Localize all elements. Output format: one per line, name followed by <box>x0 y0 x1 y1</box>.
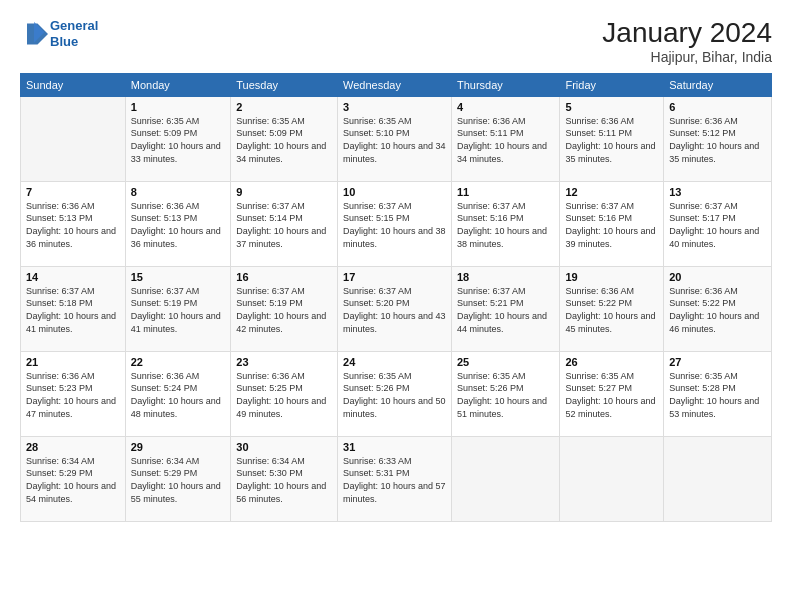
day-info: Sunrise: 6:35 AMSunset: 5:27 PMDaylight:… <box>565 370 658 420</box>
week-row-2: 7 Sunrise: 6:36 AMSunset: 5:13 PMDayligh… <box>21 181 772 266</box>
day-info: Sunrise: 6:36 AMSunset: 5:24 PMDaylight:… <box>131 370 226 420</box>
day-cell: 15 Sunrise: 6:37 AMSunset: 5:19 PMDaylig… <box>125 266 231 351</box>
day-cell: 29 Sunrise: 6:34 AMSunset: 5:29 PMDaylig… <box>125 436 231 521</box>
day-cell: 26 Sunrise: 6:35 AMSunset: 5:27 PMDaylig… <box>560 351 664 436</box>
day-cell: 13 Sunrise: 6:37 AMSunset: 5:17 PMDaylig… <box>664 181 772 266</box>
week-row-4: 21 Sunrise: 6:36 AMSunset: 5:23 PMDaylig… <box>21 351 772 436</box>
day-cell: 25 Sunrise: 6:35 AMSunset: 5:26 PMDaylig… <box>451 351 560 436</box>
day-info: Sunrise: 6:36 AMSunset: 5:25 PMDaylight:… <box>236 370 332 420</box>
day-info: Sunrise: 6:35 AMSunset: 5:26 PMDaylight:… <box>343 370 446 420</box>
day-cell: 8 Sunrise: 6:36 AMSunset: 5:13 PMDayligh… <box>125 181 231 266</box>
day-info: Sunrise: 6:37 AMSunset: 5:15 PMDaylight:… <box>343 200 446 250</box>
day-cell: 3 Sunrise: 6:35 AMSunset: 5:10 PMDayligh… <box>338 96 452 181</box>
day-number: 10 <box>343 186 446 198</box>
col-thursday: Thursday <box>451 73 560 96</box>
col-saturday: Saturday <box>664 73 772 96</box>
logo: General Blue <box>20 18 98 49</box>
day-number: 17 <box>343 271 446 283</box>
day-number: 18 <box>457 271 555 283</box>
day-number: 2 <box>236 101 332 113</box>
day-info: Sunrise: 6:36 AMSunset: 5:13 PMDaylight:… <box>26 200 120 250</box>
day-info: Sunrise: 6:37 AMSunset: 5:14 PMDaylight:… <box>236 200 332 250</box>
day-info: Sunrise: 6:35 AMSunset: 5:10 PMDaylight:… <box>343 115 446 165</box>
day-number: 6 <box>669 101 766 113</box>
day-info: Sunrise: 6:37 AMSunset: 5:17 PMDaylight:… <box>669 200 766 250</box>
day-number: 23 <box>236 356 332 368</box>
day-cell: 2 Sunrise: 6:35 AMSunset: 5:09 PMDayligh… <box>231 96 338 181</box>
day-cell: 24 Sunrise: 6:35 AMSunset: 5:26 PMDaylig… <box>338 351 452 436</box>
title-block: January 2024 Hajipur, Bihar, India <box>602 18 772 65</box>
day-number: 30 <box>236 441 332 453</box>
day-cell: 30 Sunrise: 6:34 AMSunset: 5:30 PMDaylig… <box>231 436 338 521</box>
day-info: Sunrise: 6:35 AMSunset: 5:28 PMDaylight:… <box>669 370 766 420</box>
day-cell: 18 Sunrise: 6:37 AMSunset: 5:21 PMDaylig… <box>451 266 560 351</box>
day-cell: 20 Sunrise: 6:36 AMSunset: 5:22 PMDaylig… <box>664 266 772 351</box>
col-wednesday: Wednesday <box>338 73 452 96</box>
day-cell: 7 Sunrise: 6:36 AMSunset: 5:13 PMDayligh… <box>21 181 126 266</box>
day-number: 7 <box>26 186 120 198</box>
day-number: 29 <box>131 441 226 453</box>
logo-icon <box>20 20 48 48</box>
day-number: 8 <box>131 186 226 198</box>
day-cell: 5 Sunrise: 6:36 AMSunset: 5:11 PMDayligh… <box>560 96 664 181</box>
col-monday: Monday <box>125 73 231 96</box>
day-cell: 10 Sunrise: 6:37 AMSunset: 5:15 PMDaylig… <box>338 181 452 266</box>
subtitle: Hajipur, Bihar, India <box>602 49 772 65</box>
day-info: Sunrise: 6:34 AMSunset: 5:29 PMDaylight:… <box>26 455 120 505</box>
day-number: 24 <box>343 356 446 368</box>
day-number: 21 <box>26 356 120 368</box>
day-cell: 27 Sunrise: 6:35 AMSunset: 5:28 PMDaylig… <box>664 351 772 436</box>
day-cell: 14 Sunrise: 6:37 AMSunset: 5:18 PMDaylig… <box>21 266 126 351</box>
day-info: Sunrise: 6:37 AMSunset: 5:16 PMDaylight:… <box>457 200 555 250</box>
day-info: Sunrise: 6:36 AMSunset: 5:22 PMDaylight:… <box>669 285 766 335</box>
day-cell: 28 Sunrise: 6:34 AMSunset: 5:29 PMDaylig… <box>21 436 126 521</box>
day-number: 11 <box>457 186 555 198</box>
day-info: Sunrise: 6:36 AMSunset: 5:13 PMDaylight:… <box>131 200 226 250</box>
col-friday: Friday <box>560 73 664 96</box>
main-title: January 2024 <box>602 18 772 49</box>
day-cell: 11 Sunrise: 6:37 AMSunset: 5:16 PMDaylig… <box>451 181 560 266</box>
day-number: 3 <box>343 101 446 113</box>
week-row-5: 28 Sunrise: 6:34 AMSunset: 5:29 PMDaylig… <box>21 436 772 521</box>
day-info: Sunrise: 6:37 AMSunset: 5:19 PMDaylight:… <box>236 285 332 335</box>
day-cell: 19 Sunrise: 6:36 AMSunset: 5:22 PMDaylig… <box>560 266 664 351</box>
day-info: Sunrise: 6:37 AMSunset: 5:18 PMDaylight:… <box>26 285 120 335</box>
day-number: 16 <box>236 271 332 283</box>
col-tuesday: Tuesday <box>231 73 338 96</box>
calendar-table: Sunday Monday Tuesday Wednesday Thursday… <box>20 73 772 522</box>
day-cell: 23 Sunrise: 6:36 AMSunset: 5:25 PMDaylig… <box>231 351 338 436</box>
day-info: Sunrise: 6:34 AMSunset: 5:29 PMDaylight:… <box>131 455 226 505</box>
day-cell: 21 Sunrise: 6:36 AMSunset: 5:23 PMDaylig… <box>21 351 126 436</box>
day-info: Sunrise: 6:36 AMSunset: 5:23 PMDaylight:… <box>26 370 120 420</box>
day-number: 14 <box>26 271 120 283</box>
day-info: Sunrise: 6:35 AMSunset: 5:26 PMDaylight:… <box>457 370 555 420</box>
day-number: 12 <box>565 186 658 198</box>
day-cell <box>560 436 664 521</box>
logo-text: General Blue <box>50 18 98 49</box>
page: General Blue January 2024 Hajipur, Bihar… <box>0 0 792 612</box>
day-number: 20 <box>669 271 766 283</box>
day-number: 27 <box>669 356 766 368</box>
day-info: Sunrise: 6:36 AMSunset: 5:22 PMDaylight:… <box>565 285 658 335</box>
day-number: 5 <box>565 101 658 113</box>
day-number: 15 <box>131 271 226 283</box>
day-info: Sunrise: 6:36 AMSunset: 5:11 PMDaylight:… <box>565 115 658 165</box>
day-number: 28 <box>26 441 120 453</box>
day-number: 26 <box>565 356 658 368</box>
day-number: 1 <box>131 101 226 113</box>
day-info: Sunrise: 6:37 AMSunset: 5:21 PMDaylight:… <box>457 285 555 335</box>
day-info: Sunrise: 6:37 AMSunset: 5:19 PMDaylight:… <box>131 285 226 335</box>
day-number: 4 <box>457 101 555 113</box>
day-info: Sunrise: 6:37 AMSunset: 5:16 PMDaylight:… <box>565 200 658 250</box>
day-info: Sunrise: 6:37 AMSunset: 5:20 PMDaylight:… <box>343 285 446 335</box>
day-number: 31 <box>343 441 446 453</box>
col-sunday: Sunday <box>21 73 126 96</box>
day-cell <box>664 436 772 521</box>
header-row: Sunday Monday Tuesday Wednesday Thursday… <box>21 73 772 96</box>
week-row-3: 14 Sunrise: 6:37 AMSunset: 5:18 PMDaylig… <box>21 266 772 351</box>
day-cell <box>451 436 560 521</box>
day-cell: 1 Sunrise: 6:35 AMSunset: 5:09 PMDayligh… <box>125 96 231 181</box>
day-number: 19 <box>565 271 658 283</box>
day-cell: 31 Sunrise: 6:33 AMSunset: 5:31 PMDaylig… <box>338 436 452 521</box>
day-number: 22 <box>131 356 226 368</box>
